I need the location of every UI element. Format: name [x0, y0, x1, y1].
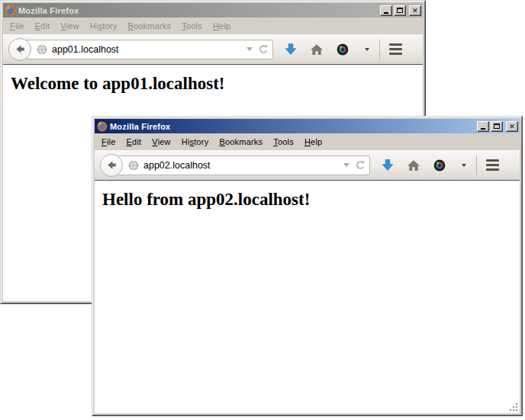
menu-help[interactable]: Help	[299, 135, 327, 149]
back-button[interactable]	[100, 154, 123, 177]
urlbar-dropdown-icon[interactable]	[246, 47, 253, 51]
maximize-icon	[494, 123, 500, 129]
back-arrow-icon	[14, 43, 26, 55]
menu-history[interactable]: History	[176, 135, 214, 149]
extension-button-group	[337, 43, 369, 56]
label-part: V	[152, 137, 157, 146]
menu-history[interactable]: History	[85, 19, 123, 33]
menu-file[interactable]: File	[5, 19, 30, 33]
label-part: B	[219, 137, 225, 146]
extension-icon	[337, 43, 349, 56]
extension-button[interactable]	[433, 159, 446, 172]
home-icon	[407, 159, 420, 172]
label-part: V	[60, 21, 66, 30]
label-part: ookmarks	[134, 21, 171, 30]
label-part: H	[213, 21, 219, 30]
firefox-icon	[5, 5, 16, 16]
reload-icon	[355, 160, 366, 171]
label-part: F	[10, 21, 15, 30]
resize-grip[interactable]	[508, 402, 519, 412]
close-button[interactable]: ✕	[506, 121, 518, 132]
menu-bar: File Edit View History Bookmarks Tools H…	[3, 18, 423, 34]
navigation-toolbar	[95, 150, 520, 181]
toolbar-buttons	[285, 40, 415, 59]
hamburger-icon	[389, 53, 402, 55]
app-menu-button[interactable]	[389, 43, 402, 55]
label-part: iew	[158, 137, 171, 146]
home-button[interactable]	[310, 43, 324, 56]
label-part: ookmarks	[225, 137, 262, 146]
label-part: F	[101, 137, 107, 146]
download-button[interactable]	[382, 159, 394, 172]
menu-file[interactable]: File	[96, 135, 121, 149]
url-bar[interactable]	[118, 155, 370, 175]
label-part: ile	[107, 137, 116, 146]
extension-button[interactable]	[337, 43, 349, 56]
menu-tools[interactable]: Tools	[268, 135, 299, 149]
menu-view[interactable]: View	[55, 19, 84, 33]
reload-icon	[258, 44, 269, 55]
download-icon	[285, 43, 297, 56]
label-part: E	[127, 137, 133, 146]
url-bar[interactable]	[26, 40, 273, 59]
reload-button[interactable]	[355, 160, 366, 171]
label-part: tory	[194, 137, 208, 146]
globe-icon[interactable]	[37, 44, 47, 55]
menu-bookmarks[interactable]: Bookmarks	[122, 19, 176, 33]
maximize-button[interactable]	[394, 5, 406, 16]
page-content-app02: Hello from app02.localhost!	[95, 181, 520, 413]
urlbar-dropdown-icon[interactable]	[343, 163, 349, 167]
maximize-button[interactable]	[491, 121, 503, 132]
window-controls: ✕	[477, 121, 518, 132]
label-part: dit	[132, 137, 141, 146]
label-part: elp	[311, 137, 322, 146]
label-part: B	[127, 21, 134, 30]
hamburger-icon	[389, 43, 402, 46]
menu-help[interactable]: Help	[208, 19, 236, 33]
toolbar-separator	[379, 40, 380, 59]
globe-icon[interactable]	[128, 160, 139, 171]
menu-edit[interactable]: Edit	[121, 135, 147, 149]
close-button[interactable]: ✕	[409, 5, 421, 16]
extension-button-group	[433, 159, 466, 172]
browser-window-app02: Mozilla Firefox ✕ File Edit View History…	[92, 116, 523, 416]
url-input[interactable]	[52, 44, 243, 55]
minimize-icon	[481, 128, 485, 130]
hamburger-icon	[486, 159, 499, 162]
reload-button[interactable]	[258, 44, 269, 55]
back-button[interactable]	[8, 38, 31, 61]
menu-tools[interactable]: Tools	[176, 19, 208, 33]
home-button[interactable]	[407, 159, 420, 172]
home-icon	[310, 43, 324, 56]
extension-caret-icon[interactable]	[365, 48, 369, 51]
label-part: iew	[66, 21, 79, 30]
app-menu-button[interactable]	[486, 159, 499, 171]
back-arrow-icon	[106, 159, 118, 171]
navigation-toolbar	[3, 34, 423, 65]
menu-view[interactable]: View	[147, 135, 176, 149]
menu-bookmarks[interactable]: Bookmarks	[214, 135, 268, 149]
toolbar-separator	[476, 155, 477, 175]
minimize-button[interactable]	[380, 5, 392, 16]
menu-bar: File Edit View History Bookmarks Tools H…	[95, 133, 520, 150]
maximize-icon	[397, 8, 403, 13]
menu-edit[interactable]: Edit	[30, 19, 56, 33]
extension-caret-icon[interactable]	[462, 164, 466, 167]
window-controls: ✕	[380, 5, 421, 16]
page-heading: Hello from app02.localhost!	[102, 190, 520, 210]
titlebar[interactable]: Mozilla Firefox ✕	[3, 3, 423, 18]
label-part: Hi	[90, 21, 98, 30]
toolbar-buttons	[382, 155, 512, 175]
label-part: tory	[102, 21, 117, 30]
label-part: ile	[15, 21, 24, 30]
extension-icon	[433, 159, 446, 172]
label-part: dit	[40, 21, 50, 30]
label-part: Hi	[182, 137, 190, 146]
hamburger-icon	[389, 48, 402, 50]
download-button[interactable]	[285, 43, 297, 56]
minimize-button[interactable]	[477, 121, 489, 132]
titlebar[interactable]: Mozilla Firefox ✕	[95, 119, 520, 133]
url-input[interactable]	[143, 160, 340, 171]
label-part: H	[304, 137, 311, 146]
window-title: Mozilla Firefox	[18, 6, 380, 15]
